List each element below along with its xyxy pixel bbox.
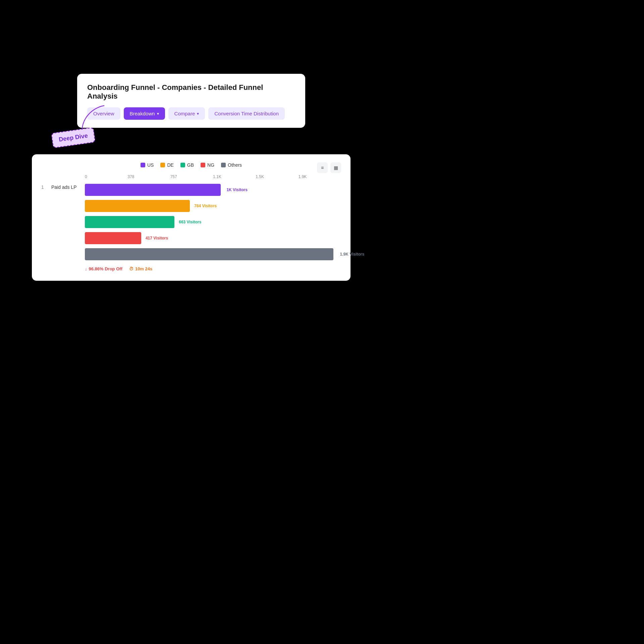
legend-dot-others xyxy=(221,163,226,167)
tab-row: Overview Breakdown ▾ Compare ▾ Conversio… xyxy=(87,107,295,120)
main-chart-card: ≡ ▦ US DE GB NG Others 0 378 757 1.1K 1.… xyxy=(32,154,351,281)
legend-us: US xyxy=(141,162,154,168)
time-stat: ⏱ 10m 24s xyxy=(129,266,152,271)
bar-label-de: 784 Visitors xyxy=(194,204,217,208)
page-title: Onboarding Funnel - Companies - Detailed… xyxy=(87,83,295,101)
chart-legend: US DE GB NG Others xyxy=(41,162,341,168)
top-card: Onboarding Funnel - Companies - Detailed… xyxy=(77,74,305,128)
axis-tick-0: 0 xyxy=(85,174,127,179)
tab-breakdown[interactable]: Breakdown ▾ xyxy=(124,107,165,120)
axis-tick-2: 757 xyxy=(170,174,213,179)
legend-dot-ng xyxy=(201,163,205,167)
drop-off-stat: ↓ 96.86% Drop Off xyxy=(85,266,122,271)
tab-overview[interactable]: Overview xyxy=(87,107,120,120)
bar-label-others: 1.9K Visitors xyxy=(340,252,364,257)
bar-row-others: 1.9K Visitors xyxy=(85,248,341,261)
axis-tick-4: 1.5K xyxy=(256,174,298,179)
x-axis: 0 378 757 1.1K 1.5K 1.9K xyxy=(85,174,341,179)
drop-off-value: 96.86% Drop Off xyxy=(89,266,122,271)
legend-others: Others xyxy=(221,162,242,168)
step-name: Paid ads LP xyxy=(51,183,85,190)
bar-gb: 663 Visitors xyxy=(85,216,174,228)
legend-dot-gb xyxy=(180,163,185,167)
legend-gb: GB xyxy=(180,162,194,168)
deep-dive-label: Deep Dive xyxy=(51,127,95,148)
tab-compare[interactable]: Compare ▾ xyxy=(168,107,205,120)
legend-dot-us xyxy=(141,163,145,167)
time-value: 10m 24s xyxy=(135,266,152,271)
bar-row-us: 1K Visitors xyxy=(85,183,341,197)
bar-label-gb: 663 Visitors xyxy=(179,220,201,224)
chevron-down-icon: ▾ xyxy=(157,111,159,116)
bars-container: 1K Visitors 784 Visitors 663 Visitors 41… xyxy=(85,183,341,261)
bar-label-ng: 417 Visitors xyxy=(146,236,168,240)
bar-chart-icon[interactable]: ▦ xyxy=(330,162,341,173)
time-icon: ⏱ xyxy=(129,266,133,271)
legend-ng: NG xyxy=(201,162,214,168)
legend-dot-de xyxy=(160,163,165,167)
bar-row-ng: 417 Visitors xyxy=(85,231,341,245)
table-view-icon[interactable]: ≡ xyxy=(317,162,328,173)
axis-tick-1: 378 xyxy=(127,174,170,179)
legend-de: DE xyxy=(160,162,173,168)
bar-label-us: 1K Visitors xyxy=(226,187,247,192)
axis-tick-5: 1.9K xyxy=(299,174,341,179)
step-number: 1 xyxy=(41,183,51,190)
chart-row: 1 Paid ads LP 1K Visitors 784 Visitors 6… xyxy=(41,183,341,261)
bar-de: 784 Visitors xyxy=(85,200,190,212)
bar-others: 1.9K Visitors xyxy=(85,248,333,260)
bar-row-gb: 663 Visitors xyxy=(85,215,341,229)
bar-us: 1K Visitors xyxy=(85,184,221,196)
chevron-down-icon: ▾ xyxy=(197,111,199,116)
chart-toolbar: ≡ ▦ xyxy=(317,162,341,173)
stats-row: ↓ 96.86% Drop Off ⏱ 10m 24s xyxy=(85,266,341,271)
bar-row-de: 784 Visitors xyxy=(85,199,341,213)
bar-ng: 417 Visitors xyxy=(85,232,141,244)
drop-icon: ↓ xyxy=(85,266,87,271)
axis-tick-3: 1.1K xyxy=(213,174,256,179)
tab-conversion-time[interactable]: Conversion Time Distribution xyxy=(208,107,285,120)
